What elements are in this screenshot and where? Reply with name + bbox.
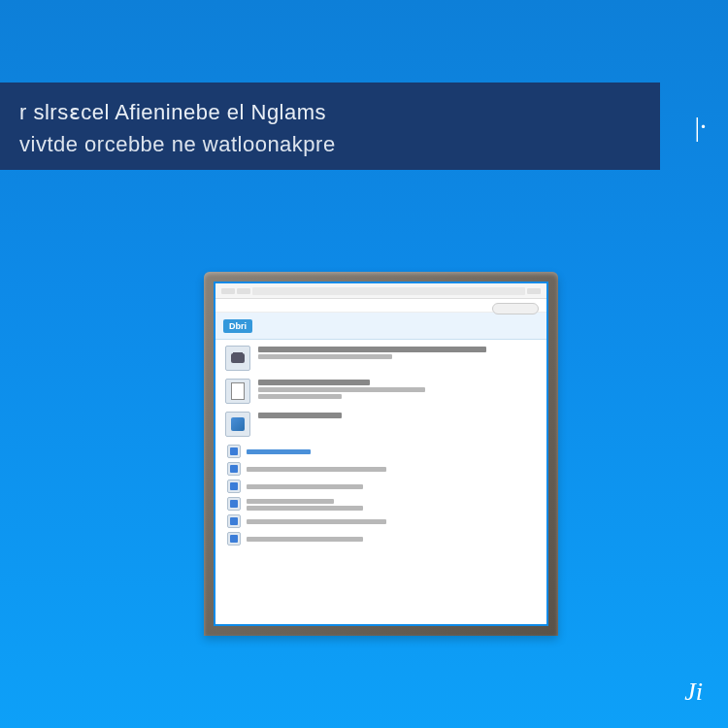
list-item[interactable] — [225, 532, 537, 546]
item-text — [247, 536, 537, 542]
list-item[interactable] — [225, 497, 537, 511]
item-text — [247, 498, 537, 511]
right-watermark: |· — [694, 112, 707, 143]
item-title-line — [258, 380, 370, 385]
bottom-watermark: Ji — [684, 678, 703, 707]
item-text — [247, 448, 537, 454]
banner-line-2: vivtde orcebbe ne watloonakpre — [19, 128, 641, 160]
list-item[interactable] — [225, 480, 537, 493]
banner-line-1: r slrsɛcel Afieninebe el Nglams — [19, 96, 641, 128]
item-text-line — [247, 537, 363, 542]
item-desc-line — [258, 354, 392, 359]
list-item[interactable] — [225, 379, 537, 404]
item-text — [247, 483, 537, 489]
item-icon — [227, 445, 241, 458]
camera-icon — [225, 346, 250, 371]
list-item[interactable] — [225, 445, 537, 458]
list-item[interactable] — [225, 412, 537, 437]
item-text-line — [247, 484, 363, 489]
toolbar-button[interactable] — [527, 288, 541, 294]
header-badge: Dbri — [223, 319, 252, 333]
item-text — [247, 518, 537, 524]
file-icon — [225, 379, 250, 404]
content-list — [215, 340, 546, 555]
address-bar[interactable] — [252, 287, 525, 295]
item-text — [258, 346, 537, 359]
item-text-line — [247, 467, 386, 472]
item-desc-line — [258, 394, 342, 399]
monitor-frame: Dbri — [204, 272, 558, 636]
item-text-line — [247, 499, 334, 504]
item-title-line — [258, 347, 486, 352]
item-text — [258, 379, 537, 399]
forward-button[interactable] — [237, 288, 250, 294]
list-item[interactable] — [225, 514, 537, 528]
item-icon — [227, 532, 241, 546]
app-icon — [225, 412, 250, 437]
item-text — [247, 466, 537, 472]
screen: Dbri — [214, 281, 548, 626]
header-action-button[interactable] — [492, 303, 539, 314]
item-icon — [227, 497, 241, 511]
item-link-line — [247, 449, 311, 454]
item-text-line — [247, 506, 363, 511]
item-text — [258, 412, 537, 418]
item-icon — [227, 462, 241, 476]
title-banner: r slrsɛcel Afieninebe el Nglams vivtde o… — [0, 83, 660, 170]
browser-toolbar — [215, 283, 546, 299]
list-item[interactable] — [225, 346, 537, 371]
item-title-line — [258, 413, 342, 418]
item-icon — [227, 480, 241, 493]
item-desc-line — [258, 387, 425, 392]
back-button[interactable] — [221, 288, 235, 294]
list-item[interactable] — [225, 462, 537, 476]
item-icon — [227, 514, 241, 528]
item-text-line — [247, 519, 386, 524]
content-header: Dbri — [215, 313, 546, 340]
